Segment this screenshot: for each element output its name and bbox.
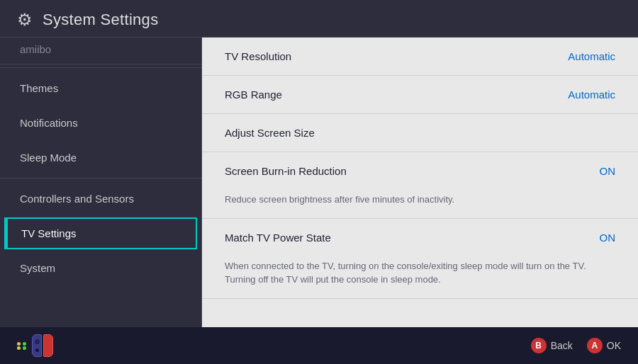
settings-content: TV Resolution Automatic RGB Range Automa…: [202, 38, 638, 327]
sidebar-item-sleep-mode[interactable]: Sleep Mode: [0, 140, 201, 175]
setting-group-match-tv-power: Match TV Power State ON When connected t…: [202, 219, 638, 299]
sidebar-item-tv-settings[interactable]: TV Settings: [4, 217, 197, 249]
system-settings-screen: ⚙ System Settings amiibo Themes Notifica…: [0, 0, 638, 364]
sidebar-item-notifications[interactable]: Notifications: [0, 106, 201, 140]
joycon-left-btn: [35, 348, 39, 352]
ok-label: OK: [607, 340, 621, 351]
setting-row-rgb-range[interactable]: RGB Range Automatic: [202, 76, 638, 114]
sidebar-item-system[interactable]: System: [0, 251, 201, 285]
sidebar-divider-2: [0, 178, 201, 178]
header: ⚙ System Settings: [0, 0, 638, 38]
setting-row-burn-in[interactable]: Screen Burn-in Reduction ON: [202, 152, 638, 190]
ok-button-hint: A OK: [587, 338, 621, 353]
joycon-left: [32, 334, 42, 357]
sidebar-item-themes[interactable]: Themes: [0, 71, 201, 106]
back-label: Back: [551, 340, 573, 351]
back-button-hint: B Back: [531, 338, 573, 353]
setting-label-burn-in: Screen Burn-in Reduction: [225, 165, 347, 177]
setting-description-burn-in: Reduce screen brightness after five minu…: [202, 190, 638, 219]
dot-green-2: [23, 346, 26, 350]
a-button-icon: A: [587, 338, 603, 353]
b-button-icon: B: [531, 338, 547, 353]
settings-icon: ⚙: [17, 10, 33, 30]
setting-group-burn-in: Screen Burn-in Reduction ON Reduce scree…: [202, 152, 638, 219]
setting-value-match-tv-power: ON: [600, 232, 616, 244]
footer-joycon: [17, 334, 53, 357]
main-layout: amiibo Themes Notifications Sleep Mode C…: [0, 38, 638, 327]
setting-value-rgb-range: Automatic: [568, 89, 615, 101]
setting-label-adjust-screen-size: Adjust Screen Size: [225, 127, 315, 139]
joycon-left-stick: [35, 339, 40, 344]
setting-label-match-tv-power: Match TV Power State: [225, 232, 331, 244]
joycon-icon: [32, 334, 53, 357]
sidebar-item-controllers-sensors[interactable]: Controllers and Sensors: [0, 181, 201, 216]
sidebar-divider-1: [0, 67, 201, 68]
page-title: System Settings: [43, 11, 158, 29]
sidebar: amiibo Themes Notifications Sleep Mode C…: [0, 38, 202, 327]
joycon-right: [43, 334, 53, 357]
setting-value-burn-in: ON: [600, 165, 616, 177]
dot-yellow-1: [17, 342, 21, 346]
footer: B Back A OK: [0, 327, 638, 364]
setting-label-tv-resolution: TV Resolution: [225, 50, 291, 62]
setting-row-adjust-screen-size[interactable]: Adjust Screen Size: [202, 114, 638, 152]
setting-label-rgb-range: RGB Range: [225, 89, 282, 101]
setting-description-match-tv-power: When connected to the TV, turning on the…: [202, 256, 638, 299]
sidebar-item-amiibo[interactable]: amiibo: [0, 38, 201, 64]
setting-row-tv-resolution[interactable]: TV Resolution Automatic: [202, 38, 638, 76]
setting-row-match-tv-power[interactable]: Match TV Power State ON: [202, 219, 638, 256]
dot-yellow-2: [17, 346, 21, 350]
footer-buttons: B Back A OK: [531, 338, 621, 353]
setting-value-tv-resolution: Automatic: [568, 50, 615, 62]
dot-green-1: [23, 342, 26, 346]
joycon-indicator-dots: [17, 342, 26, 350]
